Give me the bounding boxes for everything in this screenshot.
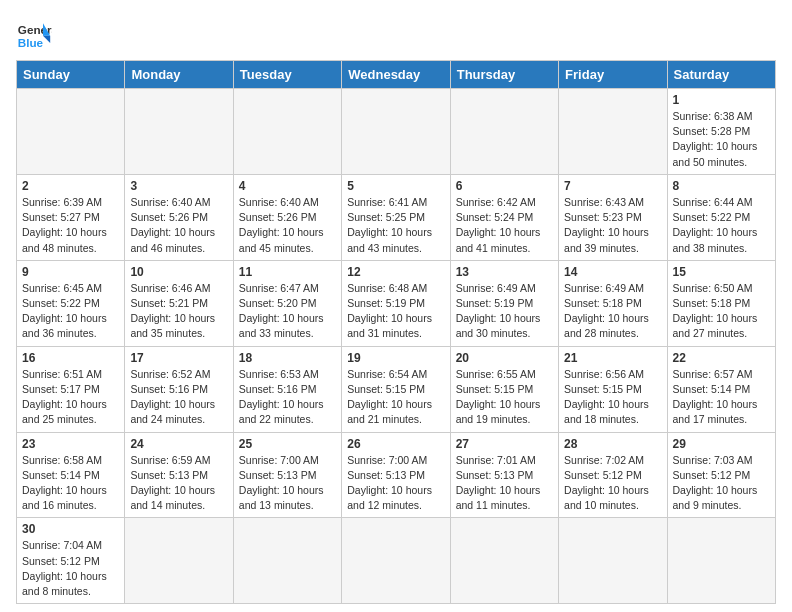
weekday-header: Monday (125, 61, 233, 89)
calendar-week-row: 23Sunrise: 6:58 AMSunset: 5:14 PMDayligh… (17, 432, 776, 518)
day-info: Sunrise: 6:52 AMSunset: 5:16 PMDaylight:… (130, 367, 227, 428)
calendar-cell: 30Sunrise: 7:04 AMSunset: 5:12 PMDayligh… (17, 518, 125, 604)
day-number: 8 (673, 179, 770, 193)
day-number: 13 (456, 265, 553, 279)
calendar-cell: 14Sunrise: 6:49 AMSunset: 5:18 PMDayligh… (559, 260, 667, 346)
calendar-cell: 7Sunrise: 6:43 AMSunset: 5:23 PMDaylight… (559, 174, 667, 260)
day-number: 29 (673, 437, 770, 451)
calendar-cell (17, 89, 125, 175)
day-info: Sunrise: 6:59 AMSunset: 5:13 PMDaylight:… (130, 453, 227, 514)
calendar-cell (233, 89, 341, 175)
calendar-cell (342, 518, 450, 604)
day-number: 6 (456, 179, 553, 193)
day-info: Sunrise: 7:02 AMSunset: 5:12 PMDaylight:… (564, 453, 661, 514)
day-info: Sunrise: 7:01 AMSunset: 5:13 PMDaylight:… (456, 453, 553, 514)
calendar-cell: 25Sunrise: 7:00 AMSunset: 5:13 PMDayligh… (233, 432, 341, 518)
day-number: 1 (673, 93, 770, 107)
weekday-header: Friday (559, 61, 667, 89)
day-info: Sunrise: 6:40 AMSunset: 5:26 PMDaylight:… (239, 195, 336, 256)
calendar-cell: 21Sunrise: 6:56 AMSunset: 5:15 PMDayligh… (559, 346, 667, 432)
day-info: Sunrise: 7:03 AMSunset: 5:12 PMDaylight:… (673, 453, 770, 514)
day-info: Sunrise: 6:38 AMSunset: 5:28 PMDaylight:… (673, 109, 770, 170)
day-number: 20 (456, 351, 553, 365)
day-info: Sunrise: 7:04 AMSunset: 5:12 PMDaylight:… (22, 538, 119, 599)
day-info: Sunrise: 6:40 AMSunset: 5:26 PMDaylight:… (130, 195, 227, 256)
calendar-cell: 11Sunrise: 6:47 AMSunset: 5:20 PMDayligh… (233, 260, 341, 346)
calendar-cell: 6Sunrise: 6:42 AMSunset: 5:24 PMDaylight… (450, 174, 558, 260)
weekday-header: Saturday (667, 61, 775, 89)
day-number: 2 (22, 179, 119, 193)
day-number: 15 (673, 265, 770, 279)
day-info: Sunrise: 6:49 AMSunset: 5:19 PMDaylight:… (456, 281, 553, 342)
day-info: Sunrise: 6:43 AMSunset: 5:23 PMDaylight:… (564, 195, 661, 256)
day-info: Sunrise: 6:41 AMSunset: 5:25 PMDaylight:… (347, 195, 444, 256)
calendar-cell (667, 518, 775, 604)
day-number: 16 (22, 351, 119, 365)
day-number: 24 (130, 437, 227, 451)
calendar-cell: 10Sunrise: 6:46 AMSunset: 5:21 PMDayligh… (125, 260, 233, 346)
calendar-cell: 16Sunrise: 6:51 AMSunset: 5:17 PMDayligh… (17, 346, 125, 432)
calendar-cell (450, 89, 558, 175)
weekday-header-row: SundayMondayTuesdayWednesdayThursdayFrid… (17, 61, 776, 89)
day-number: 14 (564, 265, 661, 279)
calendar-cell: 29Sunrise: 7:03 AMSunset: 5:12 PMDayligh… (667, 432, 775, 518)
day-number: 5 (347, 179, 444, 193)
calendar-cell: 22Sunrise: 6:57 AMSunset: 5:14 PMDayligh… (667, 346, 775, 432)
calendar-cell: 18Sunrise: 6:53 AMSunset: 5:16 PMDayligh… (233, 346, 341, 432)
calendar-cell: 4Sunrise: 6:40 AMSunset: 5:26 PMDaylight… (233, 174, 341, 260)
calendar-week-row: 1Sunrise: 6:38 AMSunset: 5:28 PMDaylight… (17, 89, 776, 175)
day-number: 17 (130, 351, 227, 365)
day-info: Sunrise: 6:44 AMSunset: 5:22 PMDaylight:… (673, 195, 770, 256)
day-number: 7 (564, 179, 661, 193)
calendar-cell: 13Sunrise: 6:49 AMSunset: 5:19 PMDayligh… (450, 260, 558, 346)
day-number: 26 (347, 437, 444, 451)
calendar-cell: 12Sunrise: 6:48 AMSunset: 5:19 PMDayligh… (342, 260, 450, 346)
day-info: Sunrise: 6:58 AMSunset: 5:14 PMDaylight:… (22, 453, 119, 514)
day-info: Sunrise: 7:00 AMSunset: 5:13 PMDaylight:… (347, 453, 444, 514)
day-number: 4 (239, 179, 336, 193)
day-info: Sunrise: 6:50 AMSunset: 5:18 PMDaylight:… (673, 281, 770, 342)
day-info: Sunrise: 6:53 AMSunset: 5:16 PMDaylight:… (239, 367, 336, 428)
day-number: 10 (130, 265, 227, 279)
calendar-cell: 15Sunrise: 6:50 AMSunset: 5:18 PMDayligh… (667, 260, 775, 346)
calendar-week-row: 9Sunrise: 6:45 AMSunset: 5:22 PMDaylight… (17, 260, 776, 346)
day-number: 30 (22, 522, 119, 536)
day-info: Sunrise: 6:47 AMSunset: 5:20 PMDaylight:… (239, 281, 336, 342)
day-info: Sunrise: 6:46 AMSunset: 5:21 PMDaylight:… (130, 281, 227, 342)
day-number: 22 (673, 351, 770, 365)
day-info: Sunrise: 6:45 AMSunset: 5:22 PMDaylight:… (22, 281, 119, 342)
weekday-header: Sunday (17, 61, 125, 89)
calendar-cell: 23Sunrise: 6:58 AMSunset: 5:14 PMDayligh… (17, 432, 125, 518)
day-number: 25 (239, 437, 336, 451)
calendar-cell: 17Sunrise: 6:52 AMSunset: 5:16 PMDayligh… (125, 346, 233, 432)
day-info: Sunrise: 6:55 AMSunset: 5:15 PMDaylight:… (456, 367, 553, 428)
logo: General Blue (16, 16, 52, 52)
calendar-cell (559, 518, 667, 604)
calendar-cell: 2Sunrise: 6:39 AMSunset: 5:27 PMDaylight… (17, 174, 125, 260)
day-info: Sunrise: 6:48 AMSunset: 5:19 PMDaylight:… (347, 281, 444, 342)
day-number: 23 (22, 437, 119, 451)
day-info: Sunrise: 6:57 AMSunset: 5:14 PMDaylight:… (673, 367, 770, 428)
day-number: 12 (347, 265, 444, 279)
weekday-header: Thursday (450, 61, 558, 89)
calendar-cell: 5Sunrise: 6:41 AMSunset: 5:25 PMDaylight… (342, 174, 450, 260)
weekday-header: Tuesday (233, 61, 341, 89)
day-info: Sunrise: 6:51 AMSunset: 5:17 PMDaylight:… (22, 367, 119, 428)
calendar-cell (125, 89, 233, 175)
day-number: 21 (564, 351, 661, 365)
day-number: 28 (564, 437, 661, 451)
day-info: Sunrise: 6:49 AMSunset: 5:18 PMDaylight:… (564, 281, 661, 342)
page-header: General Blue (16, 16, 776, 52)
day-number: 18 (239, 351, 336, 365)
calendar-cell: 27Sunrise: 7:01 AMSunset: 5:13 PMDayligh… (450, 432, 558, 518)
calendar-cell: 19Sunrise: 6:54 AMSunset: 5:15 PMDayligh… (342, 346, 450, 432)
calendar-week-row: 2Sunrise: 6:39 AMSunset: 5:27 PMDaylight… (17, 174, 776, 260)
day-info: Sunrise: 7:00 AMSunset: 5:13 PMDaylight:… (239, 453, 336, 514)
day-number: 3 (130, 179, 227, 193)
day-number: 27 (456, 437, 553, 451)
calendar-week-row: 30Sunrise: 7:04 AMSunset: 5:12 PMDayligh… (17, 518, 776, 604)
calendar-cell: 24Sunrise: 6:59 AMSunset: 5:13 PMDayligh… (125, 432, 233, 518)
calendar-cell (233, 518, 341, 604)
calendar-cell (559, 89, 667, 175)
logo-icon: General Blue (16, 16, 52, 52)
